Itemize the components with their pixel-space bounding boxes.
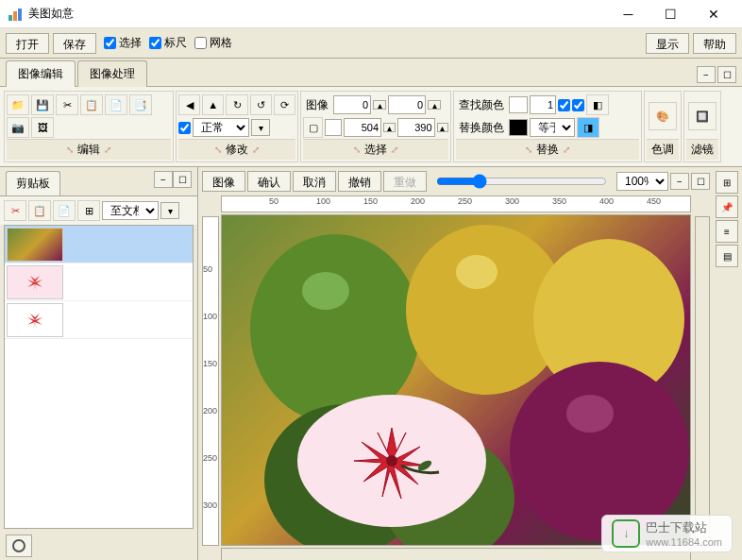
panel-tool1-icon[interactable]: ⊞ <box>716 171 738 194</box>
circle-tool-icon[interactable] <box>6 535 32 557</box>
width-spinner[interactable] <box>344 118 381 137</box>
find-color-swatch[interactable] <box>509 96 528 113</box>
flip-h-icon[interactable]: ◀ <box>178 94 200 115</box>
zoom-dropdown[interactable]: 100% <box>616 172 668 191</box>
canvas-image-button[interactable]: 图像 <box>202 171 245 192</box>
panel-tool4-icon[interactable]: ▤ <box>716 245 738 267</box>
open-button[interactable]: 打开 <box>6 33 49 54</box>
ribbon-group-select: 图像 ▴ ▴ ▢ ▴ ▴ ⤡选择⤢ <box>300 91 451 162</box>
scrollbar-vertical[interactable] <box>695 216 710 546</box>
x-spinner[interactable] <box>333 95 371 114</box>
ribbon-tabs: 图像编辑 图像处理 − ☐ <box>0 59 742 87</box>
grid-checkbox[interactable]: 网格 <box>194 35 232 51</box>
clip-grid-icon[interactable]: ⊞ <box>77 200 100 221</box>
bg-color-swatch[interactable] <box>325 119 342 136</box>
canvas-area: 图像 确认 取消 撤销 重做 100% − ☐ 50 100 150 200 2… <box>198 167 714 560</box>
tone-icon[interactable]: 🎨 <box>649 102 677 130</box>
dropdown-icon[interactable]: ▾ <box>160 202 179 219</box>
copy-icon[interactable]: 📋 <box>80 94 103 115</box>
tab-image-edit[interactable]: 图像编辑 <box>6 60 76 87</box>
canvas-max-icon[interactable]: ☐ <box>691 173 710 190</box>
expand-icon[interactable]: ⤡ <box>66 144 74 155</box>
replace-check2[interactable] <box>572 99 584 111</box>
clip-thumbnail <box>7 265 63 299</box>
rotate-ccw-icon[interactable]: ↺ <box>250 94 272 115</box>
svg-point-7 <box>456 255 497 289</box>
undo-button[interactable]: 撤销 <box>338 171 381 192</box>
rotate-cw-icon[interactable]: ↻ <box>226 94 247 115</box>
canvas-min-icon[interactable]: − <box>670 173 689 190</box>
modify-group-label: 修改 <box>226 142 248 158</box>
cut-icon[interactable]: ✂ <box>56 94 78 115</box>
find-color-label: 查找颜色 <box>459 97 504 113</box>
blend-mode-dropdown[interactable]: 正常 <box>193 118 249 137</box>
paste-special-icon[interactable]: 📑 <box>129 94 152 115</box>
spinner-up-icon[interactable]: ▴ <box>373 100 386 110</box>
confirm-button[interactable]: 确认 <box>247 171 291 192</box>
svg-point-13 <box>386 455 397 467</box>
export-icon[interactable]: 💾 <box>31 94 54 115</box>
camera-icon[interactable]: 📷 <box>7 117 29 138</box>
filter-icon[interactable]: 🔲 <box>688 102 717 130</box>
clipboard-tab[interactable]: 剪贴板 <box>6 171 60 195</box>
height-spinner[interactable] <box>397 118 435 137</box>
watermark-name: 巴士下载站 <box>646 519 722 536</box>
close-button[interactable]: ✕ <box>692 0 734 28</box>
clip-item[interactable] <box>5 226 193 263</box>
import-icon[interactable]: 📁 <box>7 94 29 115</box>
window-title: 美图如意 <box>28 6 607 22</box>
help-button[interactable]: 帮助 <box>693 33 736 54</box>
expand-icon[interactable]: ⤢ <box>391 144 398 155</box>
paste-icon[interactable]: 📄 <box>105 94 127 115</box>
display-button[interactable]: 显示 <box>646 33 689 54</box>
ribbon-group-filter: 🔲 滤镜 <box>683 91 721 162</box>
expand-icon[interactable]: ⤡ <box>525 144 532 155</box>
replace-mode-dropdown[interactable]: 等于 <box>530 118 575 137</box>
expand-icon[interactable]: ⤡ <box>353 144 361 155</box>
panel-min-icon[interactable]: − <box>154 171 173 188</box>
svg-point-10 <box>566 395 614 433</box>
modify-checkbox[interactable] <box>178 122 191 134</box>
zoom-slider[interactable] <box>436 174 607 189</box>
select-rect-icon[interactable]: ▢ <box>303 117 323 138</box>
expand-icon[interactable]: ⤢ <box>252 144 260 155</box>
dropdown-icon[interactable]: ▾ <box>251 119 270 136</box>
spinner-up-icon[interactable]: ▴ <box>383 123 396 132</box>
panel-tool3-icon[interactable]: ≡ <box>716 220 738 243</box>
to-document-dropdown[interactable]: 至文档 <box>102 201 159 220</box>
clip-item[interactable] <box>5 301 193 339</box>
replace-color-swatch[interactable] <box>509 119 528 136</box>
ruler-checkbox[interactable]: 标尺 <box>149 35 187 51</box>
y-spinner[interactable] <box>388 95 426 114</box>
spinner-up-icon[interactable]: ▴ <box>437 123 449 132</box>
maximize-button[interactable]: ☐ <box>649 0 692 28</box>
spinner-up-icon[interactable]: ▴ <box>428 100 441 110</box>
apply-replace-icon[interactable]: ◧ <box>586 94 609 115</box>
save-button[interactable]: 保存 <box>53 33 96 54</box>
flip-v-icon[interactable]: ▲ <box>202 94 224 115</box>
rotate-icon[interactable]: ⟳ <box>274 94 295 115</box>
clip-paste-icon[interactable]: 📄 <box>53 200 76 221</box>
replace-action-icon[interactable]: ◨ <box>577 117 599 138</box>
replace-check1[interactable] <box>558 99 570 111</box>
ribbon-close-button[interactable]: ☐ <box>717 66 736 83</box>
clip-item[interactable] <box>5 263 193 301</box>
svg-point-5 <box>302 272 349 310</box>
expand-icon[interactable]: ⤢ <box>104 144 111 155</box>
expand-icon[interactable]: ⤡ <box>214 144 222 155</box>
tolerance-spinner[interactable] <box>530 95 556 114</box>
canvas-viewport[interactable] <box>221 214 691 546</box>
ribbon-group-modify: ◀ ▲ ↻ ↺ ⟳ 正常 ▾ ⤡修改⤢ <box>176 91 298 162</box>
ribbon-minimize-button[interactable]: − <box>697 66 716 83</box>
cancel-button[interactable]: 取消 <box>293 171 336 192</box>
pin-icon[interactable]: 📌 <box>716 195 738 218</box>
clip-copy-icon[interactable]: 📋 <box>28 200 51 221</box>
panel-max-icon[interactable]: ☐ <box>173 171 192 188</box>
expand-icon[interactable]: ⤢ <box>563 144 570 155</box>
clip-cut-icon[interactable]: ✂ <box>4 200 26 221</box>
screenshot-icon[interactable]: 🖼 <box>31 117 54 138</box>
redo-button[interactable]: 重做 <box>383 171 427 192</box>
tab-image-process[interactable]: 图像处理 <box>77 60 147 87</box>
select-checkbox[interactable]: 选择 <box>104 35 142 51</box>
minimize-button[interactable]: ─ <box>607 0 649 28</box>
